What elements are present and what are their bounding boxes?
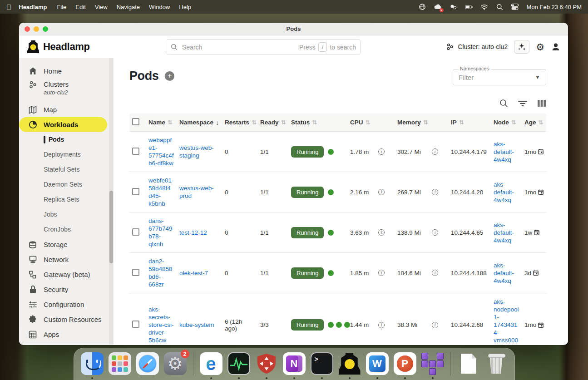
menubar-menu-view[interactable]: View: [90, 4, 112, 10]
create-pod-button[interactable]: +: [165, 71, 174, 81]
pod-name-link[interactable]: dan2-59b4858bd6-668zr: [148, 257, 174, 288]
dock-item-terminal[interactable]: [310, 352, 334, 375]
select-all-checkbox[interactable]: [132, 118, 139, 125]
wifi-icon[interactable]: [480, 3, 488, 11]
sidebar-item-storage[interactable]: Storage: [19, 237, 114, 252]
info-icon[interactable]: i: [432, 270, 438, 276]
sort-icon[interactable]: ⇅: [539, 119, 544, 126]
globe-alert-icon[interactable]: [419, 3, 426, 11]
sidebar-item-map[interactable]: Map: [19, 102, 114, 117]
menubar-menu-file[interactable]: File: [52, 4, 71, 10]
window-titlebar[interactable]: Pods: [19, 23, 568, 35]
namespace-link[interactable]: olek-test-7: [179, 269, 208, 277]
sort-icon[interactable]: ↓: [216, 119, 219, 126]
dock-item-trash[interactable]: [484, 352, 508, 375]
row-checkbox[interactable]: [132, 148, 139, 155]
column-label[interactable]: Restarts: [225, 119, 249, 126]
sort-icon[interactable]: ⇅: [252, 119, 257, 126]
apple-menu-icon[interactable]: : [6, 4, 11, 10]
row-checkbox[interactable]: [132, 228, 139, 236]
dock-item-powerpoint[interactable]: [393, 352, 417, 375]
row-checkbox[interactable]: [132, 321, 139, 328]
settings-gear-icon[interactable]: ⚙: [536, 42, 544, 52]
row-checkbox[interactable]: [132, 188, 139, 195]
sort-icon[interactable]: ⇅: [459, 119, 464, 126]
column-label[interactable]: Node: [494, 119, 509, 126]
sidebar-item-apps[interactable]: Apps: [19, 327, 114, 342]
node-link[interactable]: aks-nodepool1-17434314-vmss000001: [494, 298, 519, 345]
sidebar-item-jobs[interactable]: Jobs: [19, 207, 114, 222]
dock-item-launchpad[interactable]: [108, 352, 132, 375]
sidebar-item-configuration[interactable]: Configuration: [19, 297, 114, 312]
sidebar-scrollbar[interactable]: [109, 58, 114, 345]
menubar-menu-edit[interactable]: Edit: [71, 4, 90, 10]
sort-icon[interactable]: ⇅: [168, 119, 173, 126]
column-label[interactable]: Name: [148, 119, 165, 126]
sidebar-item-clusters[interactable]: Clusters auto-clu2: [19, 79, 114, 102]
info-icon[interactable]: i: [432, 189, 438, 195]
dock-item-edge[interactable]: [199, 352, 223, 375]
info-icon[interactable]: i: [378, 322, 385, 328]
info-icon[interactable]: i: [432, 148, 438, 155]
dock-item-safari[interactable]: [136, 352, 159, 375]
dock-item-word[interactable]: [366, 352, 389, 375]
sort-icon[interactable]: ⇅: [312, 119, 317, 126]
sidebar-item-home[interactable]: Home: [19, 64, 114, 79]
row-checkbox[interactable]: [132, 269, 139, 276]
menubar-menu-window[interactable]: Window: [144, 4, 174, 10]
sidebar-scrollbar-thumb[interactable]: [109, 191, 113, 263]
sidebar-item-network[interactable]: Network: [19, 252, 114, 267]
search-input[interactable]: [181, 43, 296, 51]
filter-icon[interactable]: [518, 100, 527, 107]
column-label[interactable]: IP: [451, 119, 457, 126]
sidebar-item-gateway[interactable]: Gateway (beta): [19, 267, 114, 282]
dock-item-defender[interactable]: [255, 352, 278, 375]
namespace-link[interactable]: westus-web-prod: [179, 184, 219, 200]
battery-icon[interactable]: [465, 3, 473, 11]
sort-icon[interactable]: ⇅: [366, 119, 371, 126]
menubar-app-name[interactable]: Headlamp: [19, 4, 47, 10]
user-account-icon[interactable]: [551, 42, 561, 52]
dock-item-system-settings[interactable]: 2: [163, 352, 187, 375]
cluster-chooser[interactable]: Cluster: auto-clu2: [446, 43, 508, 51]
sidebar-item-daemon-sets[interactable]: Daemon Sets: [19, 177, 114, 192]
sidebar-item-pods[interactable]: Pods: [19, 132, 114, 147]
dock-item-headlamp[interactable]: [338, 352, 361, 375]
menubar-clock[interactable]: Mon Feb 23 6:40 PM: [527, 4, 582, 10]
sidebar-item-custom-resources[interactable]: Custom Resources: [19, 312, 114, 327]
node-link[interactable]: aks-default-4w4xq: [494, 221, 519, 244]
dock-item-activity-monitor[interactable]: [227, 352, 251, 375]
sidebar-item-replica-sets[interactable]: Replica Sets: [19, 192, 114, 207]
column-label[interactable]: Namespace: [179, 119, 213, 126]
sort-icon[interactable]: ⇅: [511, 119, 516, 126]
column-label[interactable]: Status: [291, 119, 310, 126]
sidebar-item-cronjobs[interactable]: CronJobs: [19, 222, 114, 237]
namespaces-filter-select[interactable]: Namespaces Filter ▼: [453, 69, 546, 85]
namespace-link[interactable]: westus-web-staging: [179, 144, 219, 159]
dock-item-documents[interactable]: [457, 352, 480, 375]
column-label[interactable]: Memory: [397, 119, 421, 126]
pod-name-link[interactable]: webappfe1-57754c4fb6-df8kw: [148, 136, 174, 167]
sort-icon[interactable]: ⇅: [281, 119, 286, 126]
info-icon[interactable]: i: [378, 270, 385, 276]
dock-item-onenote[interactable]: [282, 352, 306, 375]
spotlight-icon[interactable]: [496, 3, 504, 11]
control-center-icon[interactable]: [511, 3, 519, 11]
info-icon[interactable]: i: [432, 322, 438, 328]
sidebar-item-deployments[interactable]: Deployments: [19, 147, 114, 162]
pod-name-link[interactable]: aks-secrets-store-csi-driver-5b6cw: [148, 306, 174, 344]
pod-name-link[interactable]: dans-677b749b78-qlxnh: [148, 217, 174, 248]
ai-assistant-button[interactable]: [514, 40, 529, 54]
node-link[interactable]: aks-default-4w4xq: [494, 262, 519, 285]
sidebar-item-workloads[interactable]: Workloads: [19, 117, 107, 132]
column-label[interactable]: Age: [524, 119, 536, 126]
namespace-link[interactable]: kube-system: [179, 321, 214, 329]
sidebar-item-security[interactable]: Security: [19, 282, 114, 297]
menubar-menu-navigate[interactable]: Navigate: [112, 4, 144, 10]
sort-icon[interactable]: ⇅: [423, 119, 428, 126]
column-label[interactable]: Ready: [260, 119, 279, 126]
info-icon[interactable]: i: [378, 148, 385, 155]
widgets-check-icon[interactable]: [450, 3, 457, 11]
sidebar-item-stateful-sets[interactable]: Stateful Sets: [19, 162, 114, 177]
dock-item-finder[interactable]: [80, 352, 104, 375]
